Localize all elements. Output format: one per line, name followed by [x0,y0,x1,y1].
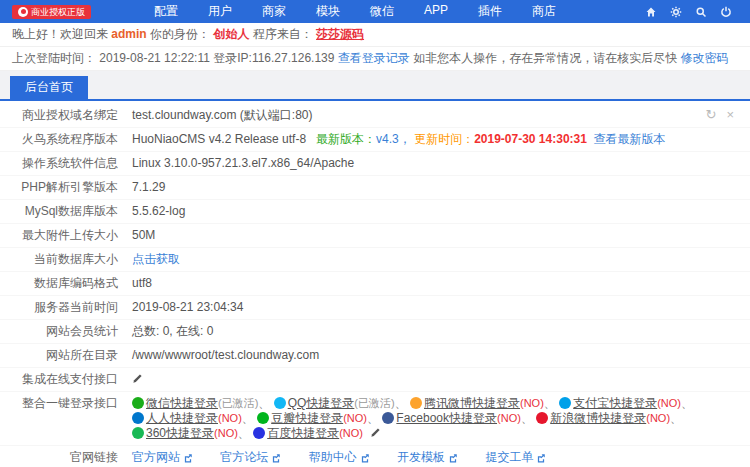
tab-dashboard-home[interactable]: 后台首页 [10,76,88,99]
login-provider-alipay: 支付宝快捷登录(NO) [559,396,693,410]
row-label: MySql数据库版本 [0,204,132,219]
nav-item-store[interactable]: 商店 [517,0,571,24]
fetch-dbsize-link[interactable]: 点击获取 [132,252,180,266]
official-site-link[interactable]: 官方网站 [132,450,193,465]
last-login-label: 上次登陆时间： [12,51,96,65]
provider-status: (NO) [497,412,521,424]
edit-login-api-button[interactable] [370,427,381,438]
upload-size-value: 50M [132,228,750,243]
os-value: Linux 3.10.0-957.21.3.el7.x86_64/Apache [132,156,750,171]
baidu-login-link[interactable]: 百度快捷登录 [267,426,339,440]
edit-payment-button[interactable] [132,373,143,384]
member-stats-value: 总数: 0, 在线: 0 [132,324,750,339]
provider-status: (NO) [339,427,363,439]
external-link-icon [360,453,370,463]
sina-weibo-login-link[interactable]: 新浪微博快捷登录 [550,411,646,425]
info-row-charset: 数据库编码格式 utf8 [0,272,750,296]
mysql-version-value: 5.5.62-log [132,204,750,219]
gear-icon[interactable] [670,6,682,18]
license-badge[interactable]: 商业授权正版 [12,5,91,19]
info-row-os: 操作系统软件信息 Linux 3.10.0-957.21.3.el7.x86_6… [0,152,750,176]
nav-item-config[interactable]: 配置 [139,0,193,24]
refresh-icon[interactable]: ↻ [706,108,717,121]
renren-login-link[interactable]: 人人快捷登录 [146,411,218,425]
provider-status: (NO) [218,412,242,424]
login-provider-tencent-weibo: 腾讯微博快捷登录(NO) [410,396,556,410]
site-dir-value: /www/wwwroot/test.cloundway.com [132,348,750,363]
external-link-icon [271,453,281,463]
home-icon[interactable] [645,6,657,18]
row-label: 数据库编码格式 [0,276,132,291]
top-navbar: 商业授权正版 配置 用户 商家 模块 微信 APP 插件 商店 [0,0,750,23]
main-menu: 配置 用户 商家 模块 微信 APP 插件 商店 [139,0,571,24]
change-password-link[interactable]: 修改密码 [680,51,728,65]
search-icon[interactable] [695,6,707,18]
tencent-weibo-icon [410,397,422,409]
source-link[interactable]: 莎莎源码 [316,27,364,41]
info-row-version: 火鸟系统程序版本 HuoNiaoCMS v4.2 Release utf-8 最… [0,128,750,152]
nav-item-wechat[interactable]: 微信 [355,0,409,24]
help-center-link[interactable]: 帮助中心 [309,450,370,465]
nav-item-users[interactable]: 用户 [193,0,247,24]
row-label: 服务器当前时间 [0,300,132,315]
info-row-site-dir: 网站所在目录 /www/wwwroot/test.cloundway.com [0,344,750,368]
login-provider-qq: QQ快捷登录(已激活) [274,396,407,410]
login-provider-facebook: Facebook快捷登录(NO) [382,411,533,425]
power-icon[interactable] [720,6,732,18]
submit-ticket-link[interactable]: 提交工单 [485,450,546,465]
douban-login-link[interactable]: 豆瓣快捷登录 [271,411,343,425]
qq-login-link[interactable]: QQ快捷登录 [288,396,355,410]
row-label: 操作系统软件信息 [0,156,132,171]
pencil-icon [370,427,381,438]
login-provider-douban: 豆瓣快捷登录(NO) [257,411,379,425]
info-row-members: 网站会员统计 总数: 0, 在线: 0 [0,320,750,344]
360-icon [132,427,144,439]
source-label: 程序来自： [253,27,313,41]
domain-value: test.cloundway.com (默认端口:80) [132,108,750,123]
external-link-icon [448,453,458,463]
tab-bar: 后台首页 [0,71,750,101]
info-row-upload: 最大附件上传大小 50M [0,224,750,248]
info-row-dbsize: 当前数据库大小 点击获取 [0,248,750,272]
row-label: PHP解析引擎版本 [0,180,132,195]
login-provider-baidu: 百度快捷登录(NO) [253,426,363,440]
row-label: 整合一键登录接口 [0,396,132,411]
nav-item-app[interactable]: APP [409,0,463,24]
php-version-value: 7.1.29 [132,180,750,195]
nav-item-modules[interactable]: 模块 [301,0,355,24]
row-label: 当前数据库大小 [0,252,132,267]
view-login-records-link[interactable]: 查看登录记录 [338,51,410,65]
360-login-link[interactable]: 360快捷登录 [146,426,214,440]
info-row-mysql: MySql数据库版本 5.5.62-log [0,200,750,224]
provider-status: (NO) [214,427,238,439]
alipay-login-link[interactable]: 支付宝快捷登录 [573,396,657,410]
identity-value: 创始人 [213,27,249,41]
info-row-server-time: 服务器当前时间 2019-08-21 23:04:34 [0,296,750,320]
official-forum-link[interactable]: 官方论坛 [220,450,281,465]
greeting-text: 晚上好！欢迎回来 [12,27,108,41]
templates-link[interactable]: 开发模板 [397,450,458,465]
wechat-login-link[interactable]: 微信快捷登录 [146,396,218,410]
update-time-label: 更新时间： [414,132,474,146]
huoniao-logo-icon [18,7,28,17]
tencent-weibo-login-link[interactable]: 腾讯微博快捷登录 [424,396,520,410]
official-links-list: 官方网站 官方论坛 帮助中心 开发模板 提交工单 [132,450,750,465]
row-label: 官网链接 [0,450,132,465]
provider-status: (已激活) [354,397,394,409]
welcome-line-2: 上次登陆时间： 2019-08-21 12:22:11 登录IP:116.27.… [0,47,750,71]
nav-item-merchants[interactable]: 商家 [247,0,301,24]
provider-status: (NO) [657,397,681,409]
login-provider-sina-weibo: 新浪微博快捷登录(NO) [536,411,682,425]
facebook-icon [382,412,394,424]
nav-item-plugins[interactable]: 插件 [463,0,517,24]
facebook-login-link[interactable]: Facebook快捷登录 [396,411,497,425]
provider-status: (NO) [520,397,544,409]
license-badge-label: 商业授权正版 [31,7,85,17]
info-row-official-links: 官网链接 官方网站 官方论坛 帮助中心 开发模板 提交工单 [0,446,750,467]
close-icon[interactable]: × [726,108,734,121]
external-link-icon [536,453,546,463]
login-provider-360: 360快捷登录(NO) [132,426,250,440]
view-latest-version-link[interactable]: 查看最新版本 [594,132,666,146]
latest-version-label: 最新版本： [316,132,376,146]
login-provider-wechat: 微信快捷登录(已激活) [132,396,270,410]
